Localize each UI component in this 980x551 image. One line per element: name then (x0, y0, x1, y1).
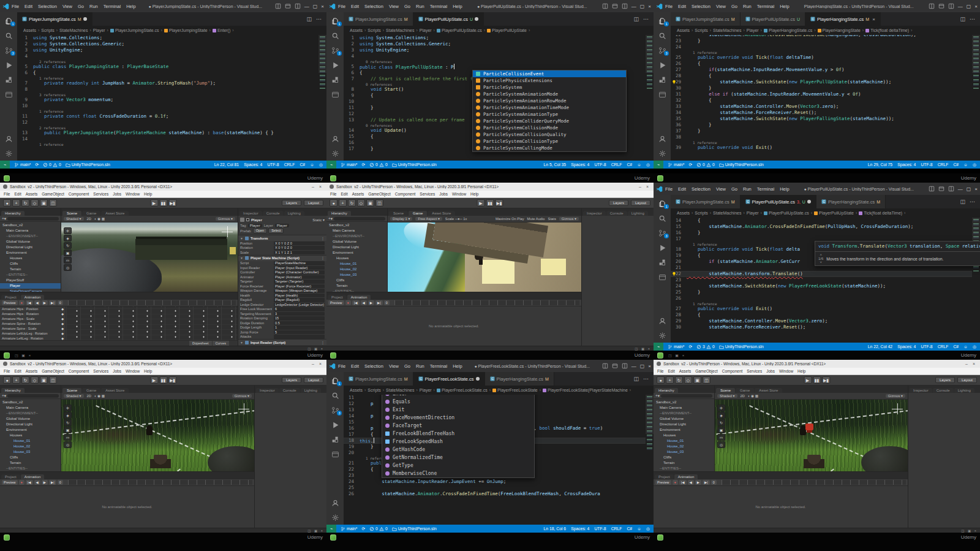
solution[interactable]: UnityThirdPerson.sln (719, 344, 764, 349)
activity-icon[interactable] (654, 87, 671, 102)
tool-button[interactable]: ▣ (366, 199, 374, 207)
layout-panel-icon[interactable] (612, 363, 618, 369)
next-frame-button[interactable]: ▶| (703, 480, 710, 485)
activity-icon[interactable] (326, 87, 344, 102)
layers-dropdown[interactable]: Layers (935, 377, 955, 383)
menu-item[interactable]: Edit (14, 192, 21, 196)
animated-property[interactable]: Armature:Spine : Scale◆ (0, 326, 66, 331)
breadcrumb-item[interactable]: Player › (747, 28, 763, 32)
view-tab[interactable]: Game (82, 388, 100, 393)
create-menu[interactable]: +▾ (2, 393, 6, 398)
eol[interactable]: CRLF (284, 162, 295, 167)
unity-taskbar-icon[interactable] (330, 534, 336, 541)
breadcrumb-item[interactable]: PlayerHangingState › (818, 28, 865, 32)
maximize-button[interactable]: ▢ (967, 186, 971, 192)
breadcrumb-item[interactable]: Tick(float deltaTime) › (865, 28, 913, 32)
menu-item[interactable]: File (330, 192, 336, 196)
layout-panel-left-icon[interactable] (929, 3, 935, 9)
close-button[interactable]: × (974, 186, 978, 192)
hierarchy-item[interactable]: Main Camera (0, 228, 61, 234)
create-menu[interactable]: +▾ (2, 216, 6, 221)
component-field[interactable]: Rotation X 0 Y 0 Z 0 (238, 246, 326, 251)
menu-item[interactable]: GameObject (695, 369, 718, 373)
hierarchy-item[interactable]: Sandbox_v2 (0, 400, 61, 405)
play-control-button[interactable]: ▶▮ (822, 376, 830, 384)
layers-dropdown[interactable]: Layers (282, 200, 301, 206)
project-tab[interactable]: Project (1, 474, 20, 479)
unsaved-dot-icon[interactable] (83, 17, 87, 21)
unity-taskbar-icon[interactable] (657, 352, 663, 359)
problems[interactable]: 0 0 (369, 162, 388, 167)
hierarchy-item[interactable]: House_01 (326, 261, 387, 267)
menu-item[interactable]: Go (404, 4, 410, 9)
menu-item[interactable]: Assets (679, 369, 692, 373)
codelens-references[interactable]: 0 references (344, 59, 654, 64)
hierarchy-item[interactable]: Cliffs (0, 455, 61, 460)
activity-icon[interactable] (0, 72, 17, 87)
scene-view[interactable]: ✛◈↻▣▭◎ (61, 222, 238, 292)
activity-icon[interactable] (654, 255, 671, 270)
editor-tab[interactable]: PlayerPullUpState.cs 3, U (741, 195, 816, 208)
problems[interactable]: 0 0 (696, 162, 715, 167)
unsaved-dot-icon[interactable] (807, 200, 811, 203)
previous-frame-button[interactable]: ◀ (34, 300, 40, 305)
preview-button[interactable]: Preview (2, 300, 18, 305)
breadcrumb-item[interactable]: Player › (93, 28, 109, 32)
activity-icon[interactable]: 3 (326, 403, 344, 417)
tool-button[interactable]: ↻ (21, 376, 29, 384)
eol[interactable]: CRLF (611, 526, 622, 531)
editor-tab[interactable]: PlayerJumpingState.cs M (344, 12, 413, 26)
menu-item[interactable]: Help (144, 369, 152, 373)
inspector-tab[interactable]: Inspector (239, 211, 262, 216)
unity-window-controls[interactable]: – × (312, 184, 323, 189)
activity-icon[interactable] (0, 58, 17, 72)
previous-frame-button[interactable]: ◀ (34, 480, 40, 485)
split-editor-icon[interactable]: ◫ (633, 16, 639, 22)
inspector-tab[interactable]: Console (933, 388, 954, 393)
activity-icon[interactable]: 1 (654, 196, 671, 211)
play-control-button[interactable]: ▶ (804, 376, 812, 384)
hierarchy-item[interactable]: Directional Light (0, 245, 61, 250)
hierarchy-item[interactable]: House_03 (326, 272, 387, 278)
layers-dropdown[interactable]: Layers (609, 200, 628, 206)
play-animation-button[interactable]: ▶ (42, 480, 48, 485)
minimize-button[interactable]: — (958, 186, 963, 192)
menu-item[interactable]: Window (779, 369, 793, 373)
project-tab[interactable]: Project (1, 295, 20, 300)
more-actions-icon[interactable]: ⋯ (970, 199, 975, 205)
tool-button[interactable]: ◇ (31, 199, 39, 207)
codelens-references[interactable]: 1 reference (671, 140, 980, 145)
minimap[interactable] (318, 35, 326, 161)
minimize-button[interactable]: — (958, 4, 963, 9)
menu-item[interactable]: Help (780, 4, 789, 9)
unity-taskbar-icon[interactable] (4, 534, 10, 541)
menu-item[interactable]: Go (731, 4, 737, 9)
go-to-start-button[interactable]: |◀ (352, 300, 360, 305)
view-tab[interactable]: Scene (716, 388, 735, 393)
inspector-tab[interactable]: Console (606, 211, 627, 216)
menu-item[interactable]: Help (780, 186, 789, 192)
inspector-tab[interactable]: Inspector (256, 388, 279, 393)
breadcrumb-item[interactable]: PlayerPullUpState › (487, 28, 530, 32)
hierarchy-item[interactable]: Global Volume (0, 239, 61, 245)
more-actions-icon[interactable]: ⋯ (970, 16, 975, 22)
intellisense-item[interactable]: ParticlePhysicsExtensions (473, 77, 626, 84)
intellisense-item[interactable]: ParticleSystemColliderQueryMode (473, 118, 626, 124)
encoding[interactable]: UTF-8 (267, 162, 279, 167)
code-editor[interactable]: 1 using System.Collections; 2 using Syst… (344, 35, 654, 161)
activity-icon[interactable] (654, 131, 671, 146)
editor-tab[interactable]: PlayerFreeLookState.cs (413, 372, 485, 386)
activity-icon[interactable] (654, 28, 671, 43)
breadcrumb-item[interactable]: Scripts › (41, 28, 58, 32)
hierarchy-item[interactable]: Environment (0, 250, 61, 256)
hierarchy-item[interactable]: Houses (326, 256, 387, 261)
menu-item[interactable]: Run (416, 363, 424, 369)
component-menu-icon[interactable]: ⋮ (321, 237, 325, 240)
layout-panel-right-icon[interactable] (622, 3, 628, 9)
activity-icon[interactable]: 1 (0, 13, 17, 28)
hierarchy-item[interactable]: Houses (654, 433, 714, 438)
activity-icon[interactable] (654, 313, 671, 328)
menu-item[interactable]: GameObject (368, 192, 391, 196)
hierarchy-item[interactable]: Cliffs (654, 455, 714, 460)
tool-button[interactable]: ▣ (40, 376, 48, 384)
